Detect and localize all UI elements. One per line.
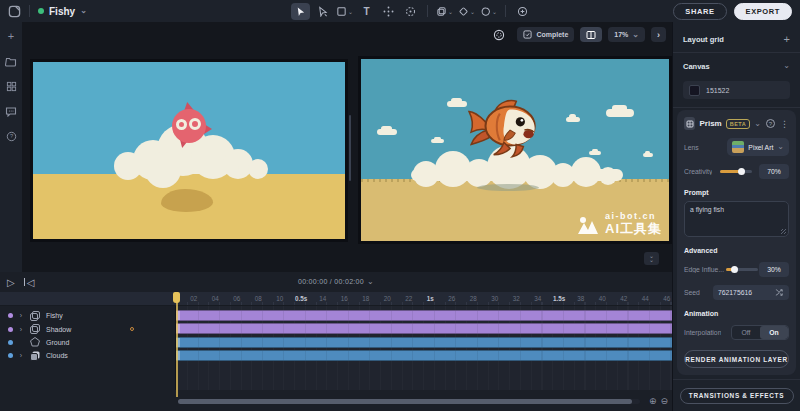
add-icon[interactable]: + <box>4 29 18 43</box>
chevron-right-icon[interactable]: › <box>18 352 24 359</box>
zoom-in-icon[interactable]: ⊕ <box>649 396 657 406</box>
canvas-color-field[interactable]: 151522 <box>683 81 790 99</box>
share-button[interactable]: SHARE <box>673 3 726 20</box>
timeline-header: ▷ ◁ 00:00:00 / 00:02:00⌄ <box>0 272 672 292</box>
seed-value: 762175616 <box>718 289 752 296</box>
onion-skin-icon[interactable] <box>487 27 511 42</box>
blob-shape-tool[interactable]: ⌄ <box>479 3 498 20</box>
prism-header[interactable]: Prism BETA ⌄ ? ⋮ <box>684 117 789 130</box>
watermark-line2: AI工具集 <box>605 222 662 236</box>
chevron-down-icon[interactable]: ⌄ <box>754 120 761 128</box>
shuffle-icon[interactable] <box>775 288 784 297</box>
ruler-tick: 38 <box>570 295 592 302</box>
prompt-label: Prompt <box>684 189 789 196</box>
creativity-slider[interactable] <box>720 170 752 173</box>
layout-grid-row: Layout grid + <box>673 26 800 52</box>
ruler-tick: 14 <box>312 295 334 302</box>
prompt-textarea[interactable]: a flying fish <box>684 201 789 237</box>
folder-icon[interactable] <box>4 54 18 68</box>
interpolation-on-option[interactable]: On <box>760 326 788 339</box>
layer-row-clouds[interactable]: ›Clouds <box>0 349 175 362</box>
zoom-out-icon[interactable]: ⊖ <box>660 396 668 406</box>
rotate-tool[interactable] <box>401 3 420 20</box>
creativity-label: Creativity <box>684 168 712 175</box>
layer-track-clouds[interactable] <box>176 349 672 362</box>
chevron-down-icon: ⌄ <box>80 7 87 15</box>
layer-track-fishy[interactable] <box>176 309 672 322</box>
scrollbar-thumb[interactable] <box>178 399 632 404</box>
divider <box>427 5 428 17</box>
creativity-value[interactable]: 70% <box>759 164 789 179</box>
layers-tool[interactable]: ⌄ <box>435 3 454 20</box>
chevron-right-icon[interactable]: › <box>18 312 24 319</box>
pixel-fish <box>465 95 547 161</box>
lens-select[interactable]: Pixel Art ⌄ <box>727 138 789 156</box>
canvas-area: Complete 17% ⌄ › <box>22 22 672 272</box>
chevron-right-icon[interactable]: › <box>18 326 24 333</box>
source-frame[interactable] <box>33 62 345 239</box>
timeline-scrollbar[interactable] <box>178 399 640 404</box>
project-switcher[interactable]: Fishy ⌄ <box>38 6 87 17</box>
ruler-tick: 22 <box>398 295 420 302</box>
ruler-tick: 30 <box>484 295 506 302</box>
collapse-canvas-button[interactable]: ⌄ ⌄ <box>644 252 659 265</box>
next-frame-button[interactable]: › <box>651 27 666 42</box>
layers-outline-icon <box>29 310 41 322</box>
complete-label: Complete <box>536 31 568 38</box>
layer-row-shadow[interactable]: ›Shadow <box>0 322 175 335</box>
complete-button[interactable]: Complete <box>517 27 574 42</box>
layer-row-ground[interactable]: Ground <box>0 336 175 349</box>
divider <box>29 5 30 17</box>
right-panel: Layout grid + Canvas ⌄ 151522 Prism BETA… <box>672 22 800 411</box>
timeline-ruler[interactable]: 02040608100.5s14161820221s26283032341.5s… <box>0 292 672 306</box>
add-layout-grid-button[interactable]: + <box>784 33 790 45</box>
track-area <box>176 306 672 390</box>
seed-input[interactable]: 762175616 <box>713 285 789 300</box>
watermark-logo-icon <box>576 216 600 236</box>
node-select-tool[interactable] <box>313 3 332 20</box>
layer-color-dot <box>8 313 13 318</box>
prism-panel: Prism BETA ⌄ ? ⋮ Lens Pixel Art ⌄ Creati… <box>677 110 796 375</box>
layer-track-ground[interactable] <box>176 336 672 349</box>
transform-tool[interactable] <box>379 3 398 20</box>
edge-influence-value[interactable]: 30% <box>759 262 789 277</box>
interpolation-off-option[interactable]: Off <box>732 326 760 339</box>
ruler-tick: 40 <box>592 295 614 302</box>
ruler-tick: 34 <box>527 295 549 302</box>
assets-grid-icon[interactable] <box>4 79 18 93</box>
render-animation-layer-button[interactable]: RENDER ANIMATION LAYER <box>684 350 789 368</box>
time-display[interactable]: 00:00:00 / 00:02:00⌄ <box>0 278 672 286</box>
text-tool[interactable]: T <box>357 3 376 20</box>
color-swatch[interactable] <box>689 85 700 96</box>
chat-icon[interactable] <box>4 104 18 118</box>
shape-tool[interactable]: ⌄ <box>335 3 354 20</box>
layers-outline-icon <box>29 323 41 335</box>
layer-row-fishy[interactable]: ›Fishy <box>0 309 175 322</box>
zoom-value: 17% <box>614 31 628 38</box>
help-icon[interactable]: ? <box>766 119 775 128</box>
diamond-tool[interactable]: ⌄ <box>457 3 476 20</box>
split-view-button[interactable] <box>580 27 602 42</box>
split-divider-handle[interactable] <box>349 115 351 181</box>
prism-icon <box>684 117 695 130</box>
slider-knob[interactable] <box>738 168 745 175</box>
canvas-section-label: Canvas <box>683 62 710 71</box>
fish-shadow <box>477 184 539 191</box>
beta-badge: BETA <box>726 119 751 129</box>
app-logo-icon[interactable] <box>8 5 21 18</box>
canvas-section-header[interactable]: Canvas ⌄ <box>673 53 800 79</box>
layer-track-shadow[interactable] <box>176 322 672 335</box>
zoom-level-select[interactable]: 17% ⌄ <box>608 27 645 42</box>
kebab-menu-icon[interactable]: ⋮ <box>780 119 789 129</box>
transitions-effects-button[interactable]: TRANSITIONS & EFFECTS <box>680 388 794 404</box>
slider-knob[interactable] <box>731 266 738 273</box>
rendered-frame[interactable]: ai-bot.cn AI工具集 <box>361 59 669 241</box>
help-icon[interactable]: ? <box>4 129 18 143</box>
animation-label: Animation <box>684 310 789 317</box>
export-button[interactable]: EXPORT <box>734 3 792 20</box>
layer-name: Clouds <box>46 352 68 359</box>
select-tool[interactable] <box>291 3 310 20</box>
add-circle-tool[interactable] <box>513 3 532 20</box>
ruler-tick: 06 <box>226 295 248 302</box>
edge-influence-slider[interactable] <box>726 268 758 271</box>
